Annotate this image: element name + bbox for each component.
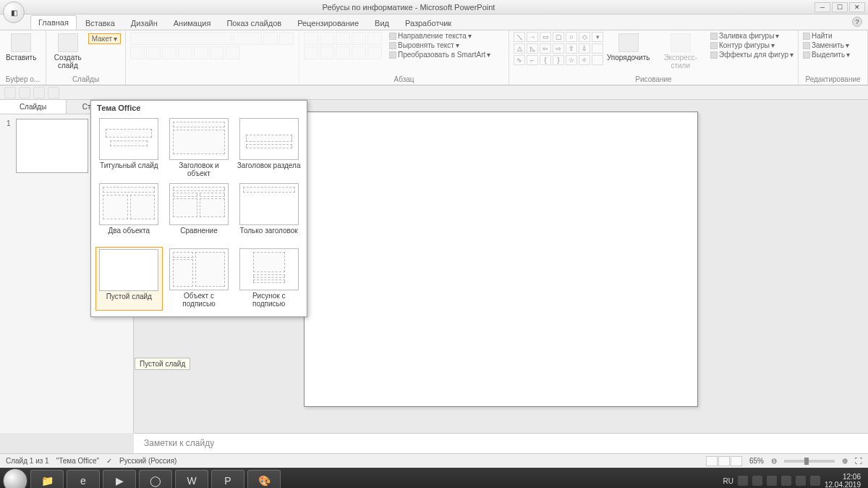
task-chrome[interactable]: ◯	[139, 470, 172, 488]
layout-content-caption[interactable]: Объект с подписью	[166, 247, 233, 311]
tab-slideshow[interactable]: Показ слайдов	[219, 17, 289, 30]
maximize-button[interactable]: ☐	[832, 2, 848, 12]
zoom-slider[interactable]	[784, 460, 835, 463]
slide-thumbnail-1[interactable]: 1	[16, 119, 88, 173]
layout-section-header[interactable]: Заголовок раздела	[235, 117, 302, 179]
view-normal-button[interactable]	[706, 456, 718, 466]
shape-effects-button[interactable]: Эффекты для фигур ▾	[710, 51, 793, 59]
layout-title-only[interactable]: Только заголовок	[235, 182, 302, 244]
shape-connector-icon[interactable]: ⌐	[527, 55, 538, 65]
zoom-percent[interactable]: 65%	[749, 457, 764, 465]
shape-oval-icon[interactable]: ○	[566, 32, 577, 42]
tray-network-icon[interactable]	[796, 476, 806, 486]
shape-leftarrow-icon[interactable]: ⇦	[540, 43, 551, 54]
replace-icon	[803, 42, 810, 49]
task-paint[interactable]: 🎨	[247, 470, 281, 488]
tray-volume-icon[interactable]	[810, 476, 820, 486]
close-button[interactable]: ✕	[849, 2, 865, 12]
shape-triangle-icon[interactable]: △	[514, 43, 525, 54]
shape-uparrow-icon[interactable]: ⇧	[566, 43, 577, 54]
tab-home[interactable]: Главная	[30, 15, 77, 30]
tab-insert[interactable]: Вставка	[78, 17, 122, 30]
tab-review[interactable]: Рецензирование	[290, 17, 366, 30]
qat-redo-icon[interactable]	[33, 87, 45, 98]
font-group-label	[130, 83, 294, 83]
tray-lang[interactable]: RU	[723, 477, 733, 485]
shape-brace-icon[interactable]: {	[540, 55, 551, 65]
zoom-in-button[interactable]: ⊕	[842, 457, 848, 465]
status-spellcheck-icon: ✓	[106, 457, 112, 465]
shape-fill-button[interactable]: Заливка фигуры ▾	[710, 32, 793, 40]
help-button[interactable]: ?	[852, 17, 862, 27]
view-slideshow-button[interactable]	[731, 456, 742, 466]
tray-clock[interactable]: 12:06 12.04.2019	[825, 473, 861, 488]
replace-button[interactable]: Заменить ▾	[803, 41, 850, 49]
find-icon	[803, 33, 810, 40]
shape-rightarrow-icon[interactable]: ⇨	[553, 43, 564, 54]
layout-comparison[interactable]: Сравнение	[166, 182, 233, 244]
minimize-button[interactable]: ─	[814, 2, 830, 12]
shape-diamond-icon[interactable]: ◇	[579, 32, 590, 42]
tray-icon-4[interactable]	[781, 476, 791, 486]
new-slide-button[interactable]: Создать слайд	[51, 32, 85, 71]
view-sorter-button[interactable]	[718, 456, 730, 466]
task-explorer[interactable]: 📁	[30, 470, 64, 488]
workspace: Слайды Структура 1 Тема Office Титульный…	[0, 100, 868, 433]
quick-access-toolbar	[0, 85, 868, 100]
system-tray: RU 12:06 12.04.2019	[723, 473, 865, 488]
zoom-out-button[interactable]: ⊖	[771, 457, 777, 465]
tray-icon-2[interactable]	[752, 476, 762, 486]
fit-window-button[interactable]: ⛶	[855, 457, 862, 465]
shape-downarrow-icon[interactable]: ⇩	[579, 43, 590, 54]
layout-blank[interactable]: Пустой слайд	[95, 247, 163, 311]
shape-rtriangle-icon[interactable]: ◺	[527, 43, 538, 54]
tab-developer[interactable]: Разработчик	[398, 17, 459, 30]
quick-styles-icon	[671, 33, 691, 52]
shape-expand-icon[interactable]	[592, 55, 603, 65]
select-button[interactable]: Выделить ▾	[803, 51, 850, 59]
qat-save-icon[interactable]	[4, 87, 16, 98]
new-slide-icon	[58, 33, 78, 52]
text-direction-button[interactable]: Направление текста ▾	[389, 32, 490, 40]
tab-design[interactable]: Дизайн	[124, 17, 165, 30]
layout-title-content[interactable]: Заголовок и объект	[166, 117, 233, 179]
notes-pane[interactable]: Заметки к слайду	[134, 433, 868, 453]
layout-two-content[interactable]: Два объекта	[95, 182, 163, 244]
tray-icon-1[interactable]	[738, 476, 748, 486]
shape-outline-button[interactable]: Контур фигуры ▾	[710, 41, 793, 49]
qat-undo-icon[interactable]	[19, 87, 30, 98]
shapes-gallery[interactable]: ＼→▭▢○◇▾ △◺⇦⇨⇧⇩ ∿⌐{}☆✧	[514, 32, 603, 65]
task-word[interactable]: W	[175, 470, 208, 488]
align-text-button[interactable]: Выровнять текст ▾	[389, 41, 490, 49]
office-button[interactable]: ◧	[3, 1, 25, 23]
tab-animation[interactable]: Анимация	[166, 17, 218, 30]
quick-styles-button[interactable]: Экспресс-стили	[653, 32, 707, 71]
find-button[interactable]: Найти	[803, 32, 850, 40]
shape-roundrect-icon[interactable]: ▢	[553, 32, 564, 42]
layout-dropdown[interactable]: Макет ▾	[88, 33, 121, 44]
layout-picture-caption[interactable]: Рисунок с подписью	[235, 247, 302, 311]
slides-tab[interactable]: Слайды	[0, 100, 67, 114]
shape-callout-icon[interactable]: ✧	[579, 55, 590, 65]
paste-button[interactable]: Вставить	[4, 32, 38, 63]
task-powerpoint[interactable]: P	[211, 470, 244, 488]
arrange-button[interactable]: Упорядочить	[606, 32, 650, 63]
shape-arrow-icon[interactable]: →	[527, 32, 538, 42]
shape-curve-icon[interactable]: ∿	[514, 55, 525, 65]
smartart-button[interactable]: Преобразовать в SmartArt ▾	[389, 51, 490, 59]
tray-icon-3[interactable]	[767, 476, 777, 486]
shape-line-icon[interactable]: ＼	[514, 32, 525, 42]
task-ie[interactable]: e	[67, 470, 100, 488]
tab-view[interactable]: Вид	[367, 17, 396, 30]
start-button[interactable]	[3, 468, 27, 488]
task-wmp[interactable]: ▶	[103, 470, 136, 488]
shape-more-icon[interactable]: ▾	[592, 32, 603, 42]
shape-star-icon[interactable]: ☆	[566, 55, 577, 65]
shape-rect-icon[interactable]: ▭	[540, 32, 551, 42]
slide-canvas[interactable]	[304, 112, 698, 407]
layout-title-slide[interactable]: Титульный слайд	[95, 117, 163, 179]
qat-custom-icon[interactable]	[48, 87, 59, 98]
status-language[interactable]: Русский (Россия)	[119, 457, 176, 465]
shape-scroll-icon[interactable]	[592, 43, 603, 54]
shape-brace2-icon[interactable]: }	[553, 55, 564, 65]
